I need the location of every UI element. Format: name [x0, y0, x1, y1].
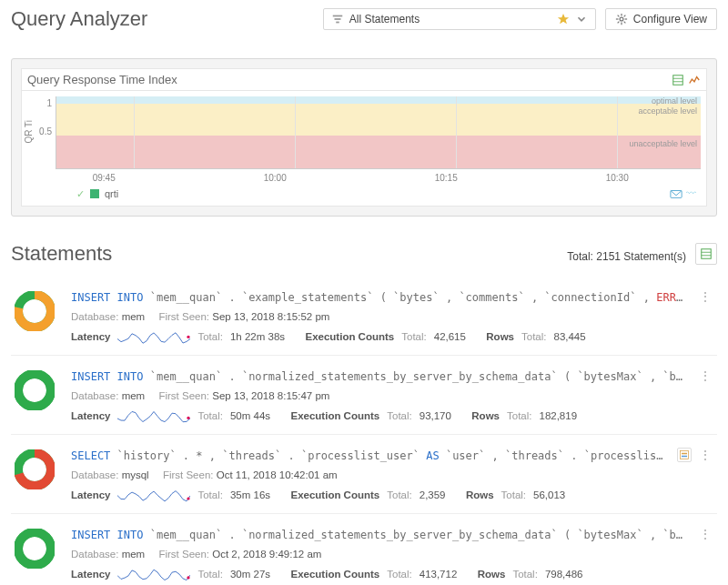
svg-line-9 [617, 15, 619, 17]
latency-donut [15, 448, 58, 504]
chevron-down-icon[interactable] [575, 13, 588, 25]
svg-point-24 [18, 374, 51, 407]
svg-rect-30 [682, 453, 687, 455]
chart-plot-area[interactable]: QR Ti 1 0.5 optimal level acceptable lev… [22, 91, 706, 173]
statement-meta: Database: mysql First Seen: Oct 11, 2018… [71, 469, 664, 480]
statement-row[interactable]: SELECT `history` . * , `threads` . `proc… [11, 434, 717, 513]
row-menu-icon[interactable]: ⋮ [697, 527, 713, 541]
svg-rect-2 [336, 22, 339, 24]
statement-metrics: Latency Total:1h 22m 38s Execution Count… [71, 328, 684, 346]
statement-sql[interactable]: INSERT INTO `mem__quan` . `normalized_st… [71, 527, 684, 543]
legend-swatch [90, 189, 99, 198]
gear-icon [615, 13, 628, 25]
statement-row[interactable]: INSERT INTO `mem__quan` . `normalized_st… [11, 355, 717, 434]
band-label-unacceptable: unacceptable level [629, 139, 697, 148]
statement-meta: Database: mem First Seen: Sep 13, 2018 8… [71, 390, 684, 401]
svg-point-28 [187, 497, 190, 499]
filter-icon [331, 13, 344, 25]
statements-title: Statements [11, 242, 112, 266]
chart-type-icon[interactable] [688, 74, 701, 86]
statements-list: INSERT INTO `mem__quan` . `example_state… [11, 277, 717, 585]
page-title: Query Analyzer [11, 7, 147, 31]
svg-point-33 [18, 532, 51, 565]
row-menu-icon[interactable]: ⋮ [697, 289, 713, 304]
svg-rect-31 [682, 456, 687, 458]
svg-rect-17 [702, 249, 712, 259]
y-ticks: 1 0.5 [35, 91, 56, 173]
legend-check-icon[interactable]: ✓ [76, 188, 85, 200]
svg-point-34 [187, 576, 190, 579]
statement-sql[interactable]: INSERT INTO `mem__quan` . `normalized_st… [71, 368, 684, 385]
svg-rect-0 [333, 15, 343, 17]
latency-donut [15, 368, 58, 425]
statement-meta: Database: mem First Seen: Oct 2, 2018 9:… [71, 549, 684, 560]
x-ticks: 09:45 10:00 10:15 10:30 [22, 173, 706, 186]
statements-total: Total: 2151 Statement(s) [567, 250, 686, 263]
svg-rect-1 [334, 18, 340, 20]
y-axis-label: QR Ti [22, 120, 35, 144]
star-icon[interactable] [557, 13, 570, 25]
row-menu-icon[interactable]: ⋮ [697, 368, 713, 383]
statement-filter-dropdown[interactable]: All Statements [323, 8, 596, 30]
svg-rect-13 [673, 75, 683, 85]
wave-icon[interactable]: 〰 [686, 187, 699, 200]
svg-point-25 [187, 417, 190, 419]
configure-view-button[interactable]: Configure View [605, 8, 717, 30]
envelope-icon[interactable] [670, 187, 682, 200]
svg-line-11 [623, 15, 625, 17]
explain-icon[interactable] [677, 448, 692, 462]
svg-point-4 [620, 17, 623, 21]
band-label-optimal: optimal level [652, 96, 697, 106]
svg-point-22 [187, 336, 190, 338]
sheet-icon[interactable] [672, 74, 684, 86]
latency-donut [15, 527, 58, 583]
chart-title: Query Response Time Index [27, 73, 672, 86]
configure-view-label: Configure View [633, 13, 707, 25]
statement-metrics: Latency Total:50m 44s Execution Counts T… [71, 407, 684, 425]
svg-line-10 [623, 22, 625, 24]
svg-line-12 [617, 22, 619, 24]
statements-header: Statements Total: 2151 Statement(s) [11, 242, 717, 266]
row-menu-icon[interactable]: ⋮ [697, 448, 713, 462]
qrti-panel: Query Response Time Index QR Ti 1 0.5 op… [11, 58, 717, 217]
statement-metrics: Latency Total:35m 16s Execution Counts T… [71, 486, 664, 504]
filter-text: All Statements [349, 13, 420, 25]
statement-sql[interactable]: INSERT INTO `mem__quan` . `example_state… [71, 289, 684, 306]
export-statements-button[interactable] [695, 243, 717, 265]
band-label-acceptable: acceptable level [638, 106, 697, 116]
latency-donut [15, 289, 58, 346]
statement-row[interactable]: INSERT INTO `mem__quan` . `normalized_st… [11, 513, 717, 585]
statement-sql[interactable]: SELECT `history` . * , `threads` . `proc… [71, 448, 664, 464]
svg-marker-3 [558, 14, 569, 24]
statement-row[interactable]: INSERT INTO `mem__quan` . `example_state… [11, 277, 717, 355]
sheet-icon [700, 247, 713, 260]
page-header: Query Analyzer All Statements Configure … [11, 7, 717, 31]
svg-rect-29 [681, 451, 689, 459]
statement-metrics: Latency Total:30m 27s Execution Counts T… [71, 565, 684, 583]
legend-series-name: qrti [105, 188, 118, 199]
statement-meta: Database: mem First Seen: Sep 13, 2018 8… [71, 311, 684, 322]
